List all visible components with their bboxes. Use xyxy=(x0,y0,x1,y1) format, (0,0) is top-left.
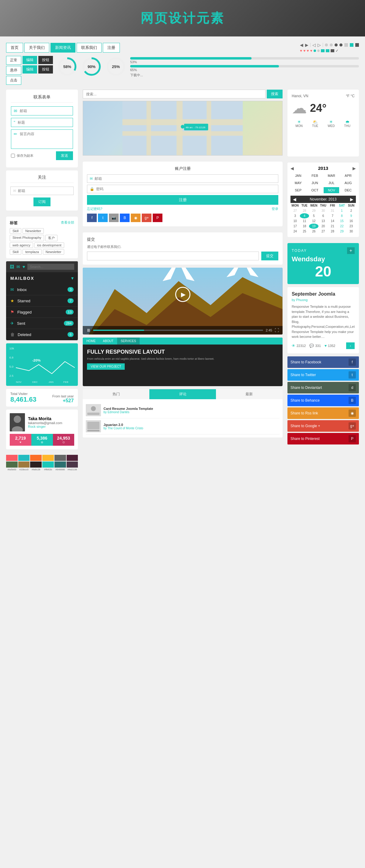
cal-day-6[interactable]: 6 xyxy=(318,213,328,218)
nav-btn-contact[interactable]: 联系我们 xyxy=(77,43,102,53)
fullscreen-icon[interactable]: ⛶ xyxy=(275,328,279,333)
cal-month-nov[interactable]: NOV xyxy=(324,187,339,193)
cal-day-2[interactable]: 2 xyxy=(346,208,356,213)
tag-7[interactable]: templaza xyxy=(23,249,42,255)
today-add-button[interactable]: + xyxy=(347,247,355,254)
google-plus-social-icon[interactable]: g+ xyxy=(142,214,151,222)
cal-day-25[interactable]: 25 xyxy=(300,229,309,234)
submit-button[interactable]: 提交 xyxy=(261,252,278,260)
btn-edit2[interactable]: 编辑 xyxy=(23,65,37,73)
arrow-left2[interactable]: ◁ xyxy=(312,42,316,48)
resp-nav-home[interactable]: HOME xyxy=(83,338,99,344)
cal-day-18[interactable]: 18 xyxy=(300,224,309,229)
register-button[interactable]: 注册 xyxy=(87,195,278,205)
tag-2[interactable]: Street Photography xyxy=(10,235,44,241)
view-all-link[interactable]: 查看全部 xyxy=(61,220,74,226)
pause-button[interactable]: ⏸ xyxy=(86,328,91,333)
tab-hot[interactable]: 热门 xyxy=(83,389,149,399)
mailbox-item-starred[interactable]: ★ Starred 7 xyxy=(6,295,78,307)
btn-pause[interactable]: 悬停 xyxy=(6,66,21,75)
cal-day-28a[interactable]: 28 xyxy=(300,208,309,213)
tag-6[interactable]: Skill xyxy=(10,249,21,255)
btn-btn2[interactable]: 按钮 xyxy=(38,65,53,73)
share-twitter-button[interactable]: Share to Twitter t xyxy=(287,369,359,381)
cal-day-15[interactable]: 15 xyxy=(337,218,347,224)
mailbox-search-input[interactable] xyxy=(27,264,74,270)
cal-day-22[interactable]: 22 xyxy=(337,224,347,229)
cal-day-4[interactable]: 4 xyxy=(300,213,309,218)
cal-day-8[interactable]: 8 xyxy=(337,213,347,218)
resp-nav-about[interactable]: ABOUT xyxy=(99,338,117,344)
cal-day-9[interactable]: 9 xyxy=(346,213,356,218)
cal-month-may[interactable]: MAY xyxy=(290,180,306,186)
arrow-right[interactable]: ▶ xyxy=(305,42,308,48)
btn-edit1[interactable]: 编辑 xyxy=(23,56,37,64)
cal-month-feb[interactable]: FEB xyxy=(307,173,323,179)
tag-8[interactable]: Newsletter xyxy=(43,249,64,255)
video-progress-bar[interactable] xyxy=(93,330,263,331)
search-input[interactable] xyxy=(83,90,265,98)
cal-day-27a[interactable]: 27 xyxy=(290,208,300,213)
tag-4[interactable]: web agency xyxy=(10,243,33,248)
share-behance-button[interactable]: Share to Behance B xyxy=(287,395,359,406)
nav-btn-home[interactable]: 首页 xyxy=(6,43,23,53)
cal-day-28b[interactable]: 28 xyxy=(328,229,337,234)
cal-next-year[interactable]: ▶ xyxy=(353,166,356,171)
cal-day-10[interactable]: 10 xyxy=(290,218,300,224)
cal-month-jun[interactable]: JUN xyxy=(307,180,323,186)
arrow-right2[interactable]: ▷ xyxy=(317,42,321,48)
cal-day-24[interactable]: 24 xyxy=(290,229,300,234)
cal-month-jul[interactable]: JUL xyxy=(324,180,339,186)
cal-day-14[interactable]: 14 xyxy=(328,218,337,224)
nav-btn-register[interactable]: 注册 xyxy=(103,43,120,53)
message-input[interactable] xyxy=(20,131,70,147)
cal-day-20[interactable]: 20 xyxy=(318,224,328,229)
mailbox-item-flagged[interactable]: ⚑ Flagged 13 xyxy=(6,307,78,318)
tab-comments[interactable]: 评论 xyxy=(149,389,216,399)
btn-btn1[interactable]: 按钮 xyxy=(38,56,53,64)
resp-nav-services[interactable]: SERVICES xyxy=(117,338,140,344)
behance-social-icon[interactable]: B xyxy=(120,214,130,222)
save-copy-checkbox[interactable] xyxy=(11,154,15,158)
mailbox-item-sent[interactable]: ✈ Sent 284 xyxy=(6,318,78,329)
tag-1[interactable]: Newsletter xyxy=(23,228,44,234)
cal-day-30[interactable]: 30 xyxy=(346,229,356,234)
cal-day-16[interactable]: 16 xyxy=(346,218,356,224)
mailbox-item-inbox[interactable]: ✉ Inbox 3 xyxy=(6,284,78,295)
cal-day-23[interactable]: 23 xyxy=(346,224,356,229)
cal-day-17[interactable]: 17 xyxy=(290,224,300,229)
pinterest-social-icon[interactable]: P xyxy=(153,214,162,222)
cal-month-mar[interactable]: MAR xyxy=(324,173,339,179)
cal-day-11[interactable]: 11 xyxy=(300,218,309,224)
tag-3[interactable]: 客户 xyxy=(45,235,57,241)
camera-social-icon[interactable]: 📷 xyxy=(109,214,119,222)
cal-day-1[interactable]: 1 xyxy=(337,208,347,213)
nav-btn-about[interactable]: 关于我们 xyxy=(24,43,49,53)
share-facebook-button[interactable]: Share to Facebook f xyxy=(287,356,359,368)
tag-0[interactable]: Skill xyxy=(10,228,21,234)
arrow-left[interactable]: ◀ xyxy=(300,42,303,48)
btn-normal[interactable]: 正常 xyxy=(6,56,21,65)
cal-month-dec[interactable]: DEC xyxy=(340,187,356,193)
follow-email-input[interactable] xyxy=(18,189,71,193)
cal-day-29[interactable]: 29 xyxy=(337,229,347,234)
subject-input[interactable] xyxy=(18,120,70,125)
cal-day-26[interactable]: 26 xyxy=(309,229,318,234)
submit-input[interactable] xyxy=(87,252,259,260)
email-input[interactable] xyxy=(20,109,70,113)
cal-day-12[interactable]: 12 xyxy=(309,218,318,224)
share-deviantart-button[interactable]: Share to Deviantart d xyxy=(287,382,359,394)
cal-day-30a[interactable]: 30 xyxy=(318,208,328,213)
cal-day-21[interactable]: 21 xyxy=(328,224,337,229)
weather-unit-toggle[interactable]: °F °C xyxy=(346,94,355,98)
cal-day-3[interactable]: 3 xyxy=(290,213,300,218)
cal-month-oct[interactable]: OCT xyxy=(307,187,323,193)
read-more-button[interactable]: › xyxy=(346,342,355,349)
mailbox-item-deleted[interactable]: 🗑 Deleted 6 xyxy=(6,329,78,340)
search-button[interactable]: 搜索 xyxy=(267,90,283,98)
share-google-button[interactable]: Share to Google + g+ xyxy=(287,420,359,432)
cal-day-13[interactable]: 13 xyxy=(318,218,328,224)
share-pinterest-button[interactable]: Share to Pinterest P xyxy=(287,433,359,444)
cal-day-31a[interactable]: 31 xyxy=(328,208,337,213)
cal-day-27b[interactable]: 27 xyxy=(318,229,328,234)
